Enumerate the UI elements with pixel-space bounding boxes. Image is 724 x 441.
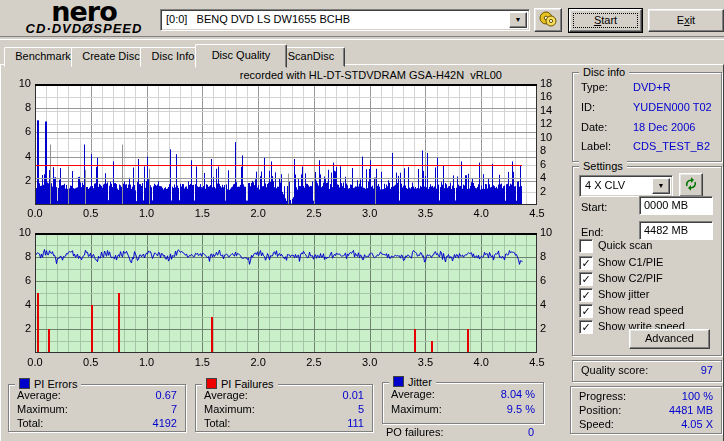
- start-field[interactable]: 0000 MB: [639, 196, 713, 215]
- pi-errors-stats-box: PI Errors Average:0.67 Maximum:7 Total:4…: [8, 384, 186, 432]
- tab-scandisc[interactable]: ScanDisc: [277, 47, 345, 67]
- po-failures-label: PO failures:: [386, 426, 443, 438]
- speed-value: 4.05 X: [681, 418, 713, 430]
- drive-selector-value: [0:0] BENQ DVD LS DW1655 BCHB: [166, 13, 350, 25]
- drive-selector[interactable]: [0:0] BENQ DVD LS DW1655 BCHB ▼: [160, 9, 530, 31]
- jitter-pif-chart: [35, 233, 537, 353]
- checkbox-label: Show C1/PIE: [598, 256, 663, 268]
- checked-icon[interactable]: ✓: [579, 288, 593, 302]
- chevron-down-icon[interactable]: ▼: [652, 178, 670, 194]
- disc-id-value: YUDEN000 T02: [633, 101, 712, 113]
- start-button-label: Start: [594, 14, 617, 26]
- checkbox-label: Show read speed: [598, 304, 684, 316]
- pi-errors-swatch-icon: [19, 378, 30, 389]
- progress-box: Progress:100 % Position:4481 MB Speed:4.…: [570, 386, 722, 434]
- refresh-icon: [684, 177, 698, 191]
- scan-speed-value: 4 X CLV: [585, 179, 625, 191]
- speed-label: Speed:: [579, 418, 614, 430]
- tab-disc-quality[interactable]: Disc Quality: [195, 44, 287, 68]
- quality-score-box: Quality score: 97: [572, 360, 722, 382]
- pi-errors-maximum: 7: [171, 403, 177, 415]
- jitter-legend: Jitter: [389, 376, 436, 388]
- disc-button[interactable]: [534, 8, 562, 32]
- jitter-stats-box: Jitter Average:8.04 % Maximum:9.5 %: [382, 382, 544, 424]
- disc-info-legend: Disc info: [579, 66, 629, 78]
- disc-type-value: DVD+R: [633, 81, 671, 93]
- checkbox-label: Quick scan: [598, 239, 652, 251]
- pi-errors-chart: [35, 84, 537, 205]
- tab-create-disc[interactable]: Create Disc: [71, 47, 151, 67]
- disc-label-label: Label:: [581, 140, 611, 152]
- end-field[interactable]: 4482 MB: [639, 221, 713, 240]
- pi-failures-maximum: 5: [358, 403, 364, 415]
- cdspeed-logo-text: CD·DVDØSPEED: [6, 23, 162, 35]
- progress-value: 100 %: [682, 390, 713, 402]
- settings-legend: Settings: [579, 160, 627, 172]
- unchecked-box[interactable]: [579, 239, 593, 253]
- pi-failures-total: 111: [347, 417, 364, 429]
- position-label: Position:: [579, 404, 621, 416]
- nero-logo-text: nero: [6, 1, 162, 23]
- progress-label: Progress:: [579, 390, 626, 402]
- jitter-average: 8.04 %: [501, 388, 535, 400]
- checkbox-label: Show jitter: [598, 288, 649, 300]
- position-value: 4481 MB: [669, 404, 713, 416]
- quality-score-value: 97: [701, 364, 713, 376]
- pi-errors-total: 4192: [153, 417, 177, 429]
- disc-label-value: CDS_TEST_B2: [633, 140, 710, 152]
- pi-errors-average: 0.67: [156, 389, 177, 401]
- discs-icon: [538, 11, 558, 27]
- advanced-button[interactable]: Advanced: [629, 329, 710, 349]
- exit-button[interactable]: Exit: [648, 9, 724, 32]
- checked-icon[interactable]: ✓: [579, 304, 593, 318]
- advanced-button-label: Advanced: [645, 332, 694, 344]
- disc-info-group: Disc info Type:DVD+R ID:YUDEN000 T02 Dat…: [572, 72, 722, 162]
- pi-failures-average: 0.01: [343, 389, 364, 401]
- end-field-label: End:: [581, 226, 604, 238]
- po-failures-row: PO failures: 0: [386, 426, 534, 438]
- start-button[interactable]: Start: [569, 9, 642, 32]
- scan-speed-select[interactable]: 4 X CLV ▼: [579, 175, 673, 197]
- chart-title: recorded with HL-DT-STDVDRAM GSA-H42N vR…: [35, 69, 502, 81]
- checked-icon[interactable]: ✓: [579, 272, 593, 286]
- pi-failures-swatch-icon: [206, 378, 217, 389]
- exit-button-label: Exit: [677, 14, 695, 26]
- jitter-maximum: 9.5 %: [507, 403, 535, 415]
- disc-type-label: Type:: [581, 81, 608, 93]
- start-field-label: Start:: [581, 201, 607, 213]
- disc-glyph-icon: Ø: [81, 23, 94, 35]
- disc-date-label: Date:: [581, 121, 607, 133]
- refresh-button[interactable]: [679, 173, 703, 197]
- settings-group: Settings 4 X CLV ▼ Start: 0000 MB End: 4…: [572, 166, 722, 356]
- disc-date-value: 18 Dec 2006: [633, 121, 695, 133]
- po-failures-value: 0: [528, 426, 534, 438]
- chevron-down-icon[interactable]: ▼: [509, 12, 527, 28]
- jitter-swatch-icon: [393, 376, 404, 387]
- nero-logo: nero CD·DVDØSPEED: [6, 1, 162, 37]
- pi-failures-stats-box: PI Failures Average:0.01 Maximum:5 Total…: [195, 384, 373, 432]
- checked-icon[interactable]: ✓: [579, 256, 593, 270]
- disc-id-label: ID:: [581, 101, 595, 113]
- quality-score-label: Quality score:: [581, 364, 648, 376]
- checkbox-label: Show C2/PIF: [598, 272, 663, 284]
- toolbar-separator: [0, 36, 724, 40]
- checked-icon[interactable]: ✓: [579, 320, 593, 334]
